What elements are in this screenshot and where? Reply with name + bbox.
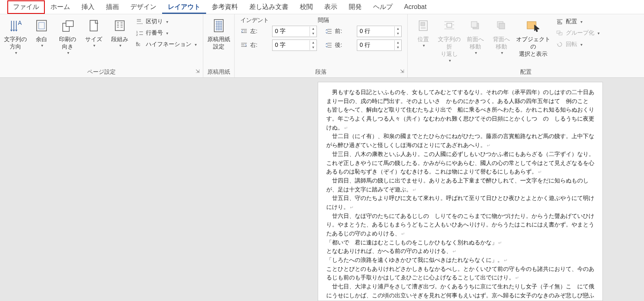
svg-rect-66 (558, 23, 562, 24)
text-direction-button[interactable]: A 文字列の 方向▾ (2, 16, 29, 57)
svg-rect-9 (115, 21, 124, 31)
size-label: サイズ (85, 35, 102, 43)
orientation-icon (61, 18, 74, 34)
chevron-down-icon: ▾ (422, 43, 425, 48)
bring-forward-button[interactable]: 前面へ 移動▾ (462, 16, 488, 57)
chevron-down-icon: ▾ (93, 43, 95, 48)
spacing-after-icon (325, 42, 332, 48)
group-icon (556, 30, 563, 36)
wrap-text-button[interactable]: 文字列の折 り返し▾ (436, 16, 462, 65)
spacing-title: 間隔 (318, 17, 329, 24)
paragraph[interactable]: となむありければ、かへる前の守のよめりける、 (326, 247, 594, 256)
paragraph[interactable]: 廿六日、なほ守のたちにてあるじしのゝしりてをのこらまでに物かづけたり。からうた聲… (326, 212, 594, 238)
margins-button[interactable]: 余白▾ (29, 16, 55, 50)
arrange-group-label: 配置 (520, 68, 532, 75)
chevron-down-icon: ▾ (580, 42, 583, 47)
line-numbers-label: 行番号 (146, 29, 163, 37)
tab-mailings[interactable]: 差し込み文書 (244, 0, 294, 14)
rotate-button[interactable]: 回転▾ (554, 40, 602, 49)
spin-up-icon[interactable]: ▲ (310, 40, 317, 45)
tab-draw[interactable]: 描画 (100, 0, 125, 14)
tab-view[interactable]: 表示 (319, 0, 343, 14)
group-button[interactable]: グループ化▾ (554, 28, 602, 38)
chevron-down-icon: ▾ (166, 20, 169, 24)
paragraph[interactable]: 「都いでゝ君に逢はむとこしものをこしかひもなく別れぬるかな」 (326, 238, 594, 247)
tab-design[interactable]: デザイン (125, 0, 162, 14)
position-icon (417, 18, 430, 34)
paragraph[interactable]: 廿四日、講師馬の餞しに出でませり。ありとある上下童まで醉ひしれて、一文字をだに知… (326, 176, 594, 194)
tab-help[interactable]: ヘルプ (367, 0, 398, 14)
indent-left-icon (240, 28, 248, 35)
tab-file[interactable]: ファイル (7, 0, 45, 14)
chevron-down-icon: ▾ (475, 50, 477, 55)
document-area: 男もすなる日記といふものを、女もしてみむとてするなり。それの年（承平四年）のしは… (0, 78, 644, 301)
spin-down-icon[interactable]: ▼ (310, 45, 317, 50)
hyphenation-button[interactable]: bca- ハイフネーション▾ (134, 40, 199, 49)
align-button[interactable]: 配置▾ (554, 17, 602, 26)
orientation-button[interactable]: 印刷の 向き▾ (55, 16, 81, 57)
indent-right-spinner[interactable]: ▲▼ (272, 40, 317, 51)
position-button[interactable]: 位置▾ (410, 16, 436, 50)
paragraph[interactable]: 廿七日、大津より浦戸をさして漕ぎ出づ。かくあるうちに京にて生れたりし女子（子イ無… (326, 282, 594, 301)
breaks-button[interactable]: 区切り▾ (134, 17, 199, 26)
group-page-setup: A 文字列の 方向▾ 余白▾ 印刷の 向き▾ サイズ▾ (0, 14, 203, 77)
spacing-before-spinner[interactable]: ▲▼ (357, 26, 402, 37)
ribbon: A 文字列の 方向▾ 余白▾ 印刷の 向き▾ サイズ▾ (0, 14, 644, 78)
tab-acrobat[interactable]: Acrobat (398, 1, 432, 13)
chevron-down-icon: ▾ (448, 58, 451, 63)
group-obj-label: グループ化 (566, 29, 594, 37)
spin-up-icon[interactable]: ▲ (395, 26, 401, 31)
orientation-label: 印刷の 向き (59, 35, 76, 50)
line-numbers-button[interactable]: 12 行番号▾ (134, 28, 199, 38)
tab-insert[interactable]: 挿入 (76, 0, 100, 14)
paragraph[interactable]: 「しろたへの浪路を遠くゆきかひて我に似べきはたれならなくに」。 (326, 256, 594, 265)
paragraph[interactable]: 男もすなる日記といふものを、女もしてみむとてするなり。それの年（承平四年）のしは… (326, 88, 594, 132)
svg-text:A: A (18, 20, 22, 26)
svg-rect-65 (558, 21, 560, 22)
tab-review[interactable]: 校閲 (294, 0, 319, 14)
indent-left-spinner[interactable]: ▲▼ (272, 26, 317, 37)
spacing-after-input[interactable] (357, 42, 394, 48)
chevron-down-icon: ▾ (41, 43, 43, 48)
spacing-before-icon (325, 28, 332, 35)
spin-down-icon[interactable]: ▼ (310, 31, 317, 36)
paragraph[interactable]: 廿三日、八木の康教といふ人あり。この人國に必ずしもいひつかふ者にもあらざる（二字… (326, 150, 594, 176)
tab-developer[interactable]: 開発 (343, 0, 367, 14)
svg-rect-7 (66, 21, 73, 26)
indent-title: インデント (240, 17, 269, 24)
indent-right-label: 右: (250, 42, 270, 49)
svg-rect-27 (214, 20, 223, 32)
hyphenation-label: ハイフネーション (146, 41, 191, 48)
indent-right-icon (240, 42, 248, 48)
page-setup-launcher[interactable]: ⇲ (196, 68, 200, 74)
line-numbers-icon: 12 (136, 30, 143, 36)
svg-rect-51 (421, 22, 425, 26)
indent-left-input[interactable] (273, 28, 310, 35)
size-button[interactable]: サイズ▾ (81, 16, 107, 50)
wrap-text-label: 文字列の折 り返し (437, 35, 462, 58)
tab-strip: ファイル ホーム 挿入 描画 デザイン レイアウト 参考資料 差し込み文書 校閲… (0, 0, 644, 14)
margins-icon (35, 18, 48, 34)
tab-references[interactable]: 参考資料 (206, 0, 244, 14)
indent-left-label: 左: (250, 28, 270, 35)
paragraph[interactable]: ことひとびとのもありけれどさかしきもなかるべし。とかくいひて前の守も今のも諸共に… (326, 265, 594, 282)
document-page[interactable]: 男もすなる日記といふものを、女もしてみむとてするなり。それの年（承平四年）のしは… (318, 82, 603, 301)
spin-down-icon[interactable]: ▼ (395, 45, 401, 50)
page-setup-group-label: ページ設定 (87, 68, 116, 75)
send-backward-button[interactable]: 背面へ 移動▾ (488, 16, 514, 57)
paragraph[interactable]: 廿二日（にイ有）、和泉の國までとたひらかにねがひたつ。藤原の言實船路なれど馬の餞… (326, 132, 594, 149)
paragraph-launcher[interactable]: ⇲ (400, 68, 404, 74)
spacing-before-input[interactable] (357, 28, 394, 35)
tab-home[interactable]: ホーム (45, 0, 76, 14)
indent-right-input[interactable] (273, 42, 310, 48)
spin-up-icon[interactable]: ▲ (310, 26, 317, 31)
tab-layout[interactable]: レイアウト (162, 0, 206, 14)
selection-pane-button[interactable]: オブジェクトの 選択と表示 (514, 16, 552, 59)
paragraph[interactable]: 廿五日、守のたちより呼びに文もて來れり。呼ばれて至りて日ひとひ夜ひとよとかく遊ぶ… (326, 194, 594, 211)
manuscript-button[interactable]: 原稿用紙 設定 (206, 16, 232, 52)
spin-up-icon[interactable]: ▲ (395, 40, 401, 45)
spacing-after-spinner[interactable]: ▲▼ (357, 40, 402, 51)
spin-down-icon[interactable]: ▼ (395, 31, 401, 36)
svg-rect-8 (90, 20, 97, 31)
columns-button[interactable]: 段組み▾ (107, 16, 133, 50)
